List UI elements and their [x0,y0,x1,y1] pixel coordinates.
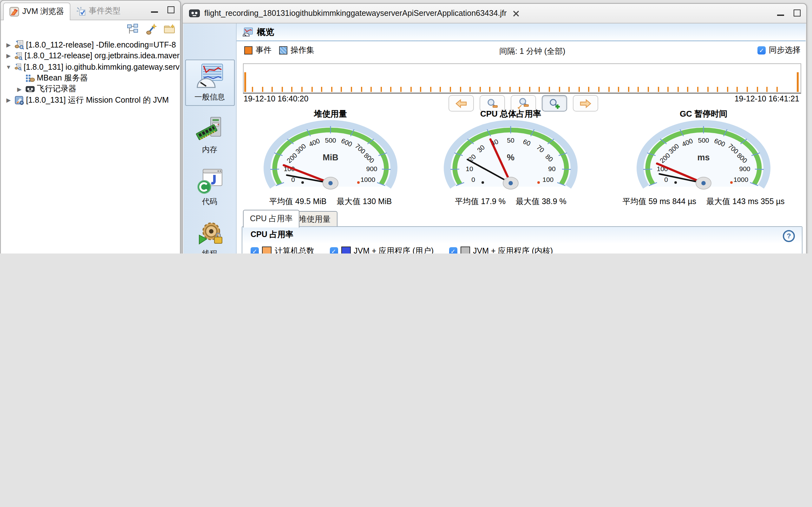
event-tick [351,87,352,92]
jvm-connection-icon [14,62,22,72]
legend-checkbox[interactable]: ✓ [251,247,259,253]
gauge-black-marker [674,181,677,184]
sidebar-item-threads[interactable]: 线程 [186,219,234,253]
gauge-tick-label: 90 [548,165,555,172]
event-tick [519,87,520,92]
sidebar-item-general-info[interactable]: 一般信息 [185,60,235,106]
event-tick [776,87,778,92]
opset-key[interactable]: 操作集 [279,45,314,56]
event-tick [380,87,382,92]
gauge-unit-label: MiB [322,153,339,162]
gauge-tick-label: 1000 [733,176,748,183]
gauge-avg: 平均值 17.9 % [455,197,506,206]
tree-item-label: [1.8.0_131] 运行 Mission Control 的 JVM [26,95,169,106]
expander-icon[interactable]: ▶ [4,97,13,104]
jvm-browser-tabbar: JVM 浏览器 事件类型 [1,1,180,20]
gauge-hub-center [328,181,333,185]
expander-icon[interactable]: ▼ [4,64,13,70]
jvm-connection-icon [14,40,24,50]
jvm-window-controls [151,6,174,13]
event-tick [727,87,728,92]
sidebar-item-label: 线程 [202,248,217,253]
legend-checkbox[interactable]: ✓ [449,247,457,253]
arrow-left-icon [455,99,467,108]
cpu-section-title: CPU 占用率 [242,227,802,243]
sidebar-item-memory[interactable]: 内存 [186,115,234,155]
legend-machine-total: ✓ 计算机总数 [251,246,314,253]
tree-item-jvm-1[interactable]: ▶ [1.8.0_112-release] -Dfile.encoding=UT… [1,39,180,50]
event-tick [479,87,481,92]
sidebar-item-label: 内存 [202,145,217,155]
gauge-title: CPU 总体占用率 [422,108,600,120]
minimize-icon[interactable] [151,11,158,12]
jvm-browser-toolbar [125,22,176,36]
opset-swatch-icon [279,46,287,55]
gauge-red-marker [537,181,540,184]
tree-item-mbean-server[interactable]: MBean 服务器 [1,72,180,83]
tree-item-label: [1.8.0_112-release] -Dfile.encoding=UTF-… [26,41,176,49]
event-tick [766,87,768,92]
events-key[interactable]: 事件 [244,45,271,56]
tree-item-jvm-2[interactable]: ▶ [1.8.0_112-release] org.jetbrains.idea… [1,50,180,61]
tab-event-types[interactable]: 事件类型 [70,3,126,20]
event-tick [618,87,619,92]
event-tick [271,87,273,92]
memory-icon [195,115,224,144]
desktop: JVM 浏览器 事件类型 [0,0,812,253]
gauge-tick-label: 500 [698,136,709,144]
minimize-icon[interactable] [777,14,784,15]
gauge-max: 最大值 38.9 % [516,197,566,206]
tree-item-label: [1.8.0_131] io.github.kimmking.gateway.s… [24,63,180,72]
legend-label: JVM + 应用程序 (用户) [354,246,434,253]
gauge-tick [562,169,571,170]
gauge-tick-label: 100 [542,176,554,183]
tree-item-jvm-3[interactable]: ▼ [1.8.0_131] io.github.kimmking.gateway… [1,61,180,72]
gauge-red-marker [357,181,360,184]
event-tick [747,87,748,92]
legend-checkbox[interactable]: ✓ [329,247,338,253]
new-folder-icon [163,23,175,35]
expander-icon[interactable]: ▶ [15,86,23,93]
event-tick [707,87,708,92]
tree-item-mc-jvm[interactable]: ▶ [1.8.0_131] 运行 Mission Control 的 JVM [1,95,180,106]
close-icon[interactable] [512,10,519,17]
gauge-tick [755,169,764,170]
gauge-tick-label: 0 [664,176,668,183]
expander-icon[interactable]: ▶ [4,42,13,48]
event-tick [331,87,333,92]
event-tick [361,87,362,92]
tab-cpu-usage[interactable]: CPU 占用率 [243,210,300,228]
event-tick [648,87,649,92]
events-swatch-icon [244,46,252,55]
range-end-time: 19-12-10 16:41:21 [734,95,799,103]
gauge-tick-label: 1000 [360,176,375,183]
event-tick [391,87,392,92]
page-title: 概览 [257,26,274,38]
event-tick [757,87,758,92]
timeline-range-selector[interactable] [243,63,801,94]
tree-layout-button[interactable] [125,22,140,36]
event-tick [589,87,590,92]
editor-tab-title[interactable]: flight_recording_180131iogithubkimmkingg… [204,9,507,18]
tab-jvm-browser[interactable]: JVM 浏览器 [3,3,70,21]
new-jvm-connection-button[interactable] [144,22,158,36]
sidebar-item-code[interactable]: 代码 [186,167,234,207]
event-tick [568,87,570,92]
tree-item-flight-recorder[interactable]: ▶ 飞行记录器 [1,83,180,95]
event-tick [559,87,560,92]
overview-icon [242,27,253,37]
expander-icon[interactable]: ▶ [4,53,13,59]
event-tick [737,87,738,92]
help-icon[interactable]: ? [783,230,795,242]
gauge-hub-center [701,181,706,185]
new-jvm-connection-icon [145,23,157,35]
event-tick [420,87,421,92]
maximize-icon[interactable] [794,9,801,16]
event-tick [638,87,639,92]
maximize-icon[interactable] [167,6,174,13]
sync-checkbox[interactable]: ✓ [757,46,766,55]
flight-recorder-icon [26,84,35,94]
event-tick [341,87,342,92]
new-folder-button[interactable] [162,22,176,36]
event-tick [244,72,246,92]
